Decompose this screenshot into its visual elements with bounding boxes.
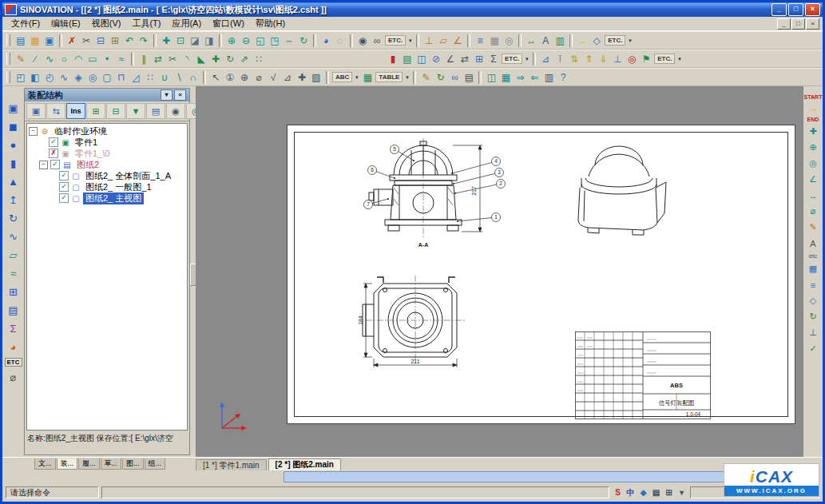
panel-expand-button[interactable]: ⊞ [86, 103, 105, 119]
dropdown-icon-5[interactable]: ▾ [353, 74, 360, 81]
pattern-icon[interactable]: ∷ [143, 70, 157, 84]
up-icon[interactable]: ⇑ [581, 52, 596, 65]
extrude-tool-icon[interactable]: ↥ [5, 192, 22, 208]
layers-icon[interactable]: ≡ [473, 34, 487, 47]
shell-icon[interactable]: ▢ [100, 70, 114, 84]
export-icon[interactable]: ⇒ [513, 70, 527, 84]
tree-node-3[interactable]: −✓▤图纸2 [27, 159, 187, 170]
wireframe-icon[interactable]: ◌ [333, 34, 347, 47]
menu-item-6[interactable]: 帮助(H) [250, 17, 291, 30]
tree-node-1[interactable]: ✓▣零件1 [27, 137, 187, 148]
surface-tool-icon[interactable]: ▱ [5, 248, 22, 263]
rotate-view-icon[interactable]: ↻ [296, 34, 311, 47]
lang-indicator-icon[interactable]: S [612, 487, 624, 498]
etc-button-1[interactable]: ETC. [385, 35, 406, 46]
flag-icon[interactable]: ⚑ [639, 52, 653, 65]
rib-icon[interactable]: ⊓ [114, 70, 129, 84]
panel-collapse-button[interactable]: ⊟ [106, 103, 125, 119]
assembly-tool-icon[interactable]: ⊞ [5, 284, 22, 300]
jump-arrow-icon[interactable]: → [808, 102, 819, 114]
etc-button-3[interactable]: ETC. [502, 54, 522, 64]
circle-icon[interactable]: ○ [57, 52, 71, 65]
grid-icon[interactable]: ▦ [487, 34, 502, 47]
zoom-fit-icon[interactable]: ◳ [268, 34, 282, 47]
maximize-button[interactable]: □ [788, 3, 803, 16]
text-icon[interactable]: A [538, 34, 553, 47]
document-tab-1[interactable]: [2 *] 图纸2.main [268, 458, 341, 470]
table-label-button[interactable]: TABLE [375, 72, 403, 82]
compare-icon[interactable]: ⇄ [458, 52, 472, 65]
tree-checkbox[interactable]: ✓ [59, 182, 69, 192]
dropdown-icon-3[interactable]: ▾ [523, 56, 530, 62]
panel-menu-button[interactable]: ▾ [161, 89, 173, 101]
vault-icon[interactable]: ▦ [498, 70, 513, 84]
panel-mini-tab-3[interactable]: 草... [101, 458, 122, 470]
toolbar-grip[interactable] [6, 71, 10, 83]
zoom-in-icon[interactable]: ⊕ [224, 34, 239, 47]
find-icon[interactable]: ◉ [355, 34, 370, 47]
dropdown-icon-1[interactable]: ▾ [407, 38, 414, 44]
binoculars-icon[interactable]: ∞ [370, 34, 384, 47]
part-nav-icon[interactable]: ▣ [5, 101, 22, 116]
copy-icon[interactable]: ⊟ [93, 34, 108, 47]
line-icon[interactable]: ∕ [28, 52, 42, 65]
ime-mode-icon[interactable]: ◆ [637, 487, 649, 498]
panel-find-button[interactable]: ◉ [166, 103, 185, 119]
lang-zh-icon[interactable]: 中 [625, 487, 637, 498]
polyline-icon[interactable]: ∿ [42, 52, 57, 65]
mdi-restore-button[interactable]: □ [791, 18, 805, 30]
panel-mini-tab-0[interactable]: 文... [34, 458, 56, 470]
document-tab-0[interactable]: [1 *] 零件1.main [196, 459, 267, 470]
panel-filter-button[interactable]: ▼ [126, 103, 145, 119]
tree-node-4[interactable]: ✓▢图纸2_ 全体剖面_1_A [27, 170, 187, 181]
import-icon[interactable]: ⇐ [527, 70, 541, 84]
cone-icon[interactable]: ▲ [5, 174, 22, 189]
render-tool-icon[interactable]: ◕ [5, 339, 22, 355]
r-perp-icon[interactable]: ⊥ [805, 326, 821, 339]
panel-ins-button[interactable]: Ins [66, 103, 85, 119]
panel-mini-tab-2[interactable]: 履... [78, 458, 100, 470]
datum-target-icon[interactable]: ⊕ [237, 70, 252, 84]
boolean-intersect-icon[interactable]: ∩ [186, 70, 200, 84]
select-window-icon[interactable]: ⊡ [173, 34, 188, 47]
frame-icon[interactable]: ⊞ [472, 52, 486, 65]
section-icon[interactable]: ⊘ [429, 52, 443, 65]
print-icon[interactable]: ▥ [541, 70, 556, 84]
zoom-window-icon[interactable]: ◱ [253, 34, 268, 47]
angle-icon[interactable]: ∠ [443, 52, 458, 65]
r-select-icon[interactable]: ✚ [805, 125, 821, 138]
panel-header[interactable]: 装配结构 ▾× [25, 89, 189, 101]
balloon-icon[interactable]: ① [223, 70, 237, 84]
tree-node-2[interactable]: ✗▣零件1_\0 [27, 148, 187, 159]
target-icon[interactable]: ◎ [625, 52, 639, 65]
curve-tool-icon[interactable]: ≈ [5, 266, 22, 281]
panel-mini-tab-1[interactable]: 装... [57, 458, 78, 470]
paste-icon[interactable]: ⊞ [108, 34, 122, 47]
etc-strip-button[interactable]: ETC [5, 358, 22, 367]
feature-box-icon[interactable]: ◰ [14, 70, 28, 84]
sweep-icon[interactable]: ∿ [57, 70, 71, 84]
table-icon[interactable]: ▥ [553, 34, 567, 47]
down-icon[interactable]: ⇓ [596, 52, 610, 65]
analysis-tool-icon[interactable]: Σ [5, 321, 22, 336]
offset-icon[interactable]: ∥ [137, 52, 151, 65]
mdi-close-button[interactable]: × [806, 18, 819, 30]
boolean-union-icon[interactable]: ∪ [157, 70, 172, 84]
r-refresh-icon[interactable]: ↻ [805, 310, 821, 323]
select-icon[interactable]: ✚ [159, 34, 173, 47]
cylinder-icon[interactable]: ▮ [5, 156, 22, 171]
cut-icon[interactable]: ✂ [79, 34, 93, 47]
hole-icon[interactable]: ◎ [85, 70, 100, 84]
loft-icon[interactable]: ◈ [71, 70, 85, 84]
dropdown-icon-2[interactable]: ▾ [626, 38, 633, 44]
sweep-tool-icon[interactable]: ∿ [5, 229, 22, 244]
tree-node-0[interactable]: −⊛临时作业环境 [27, 125, 187, 137]
dropdown-icon-4[interactable]: ▾ [676, 56, 683, 62]
draft-icon[interactable]: ◿ [129, 70, 143, 84]
snap-icon[interactable]: ◎ [502, 34, 516, 47]
etc-button-2[interactable]: ETC. [605, 35, 625, 46]
panel-save-button[interactable]: ▣ [26, 103, 46, 119]
r-angle-icon[interactable]: ∠ [805, 173, 821, 186]
chamfer-icon[interactable]: ◣ [194, 52, 208, 65]
menu-item-4[interactable]: 应用(A) [166, 17, 207, 30]
